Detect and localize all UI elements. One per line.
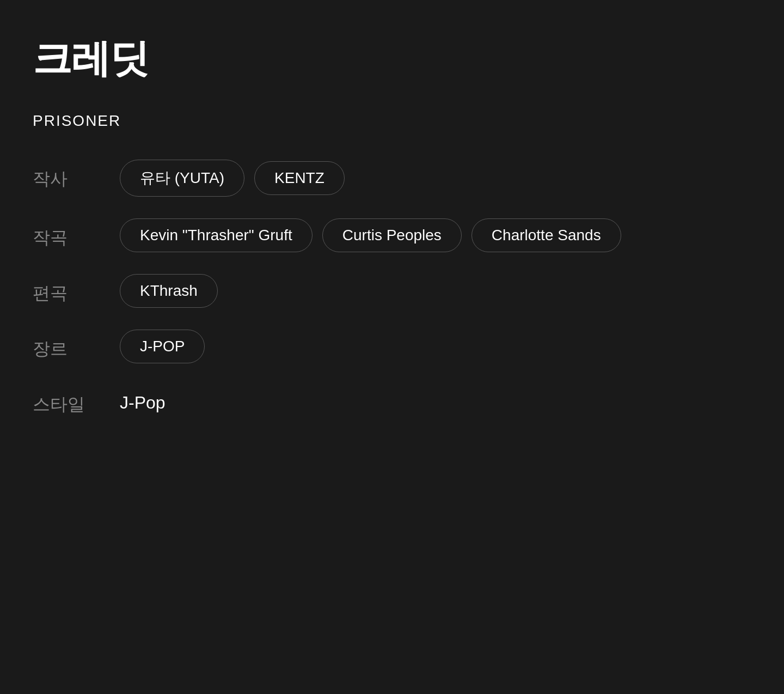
credit-tag[interactable]: J-POP [120, 330, 205, 363]
credit-label: 스타일 [33, 385, 103, 417]
credit-tag[interactable]: KThrash [120, 274, 218, 308]
credit-row: 장르J-POP [33, 330, 751, 363]
song-title: PRISONER [33, 112, 751, 130]
credit-value: J-Pop [120, 385, 166, 413]
credit-row: 스타일J-Pop [33, 385, 751, 417]
credit-tag[interactable]: Charlotte Sands [471, 218, 621, 252]
credit-tags: Kevin "Thrasher" GruftCurtis PeoplesChar… [120, 218, 621, 252]
credit-label: 장르 [33, 330, 103, 361]
page-title: 크레딧 [33, 33, 751, 85]
credit-tags: 유타 (YUTA)KENTZ [120, 160, 345, 197]
credit-label: 편곡 [33, 274, 103, 306]
credit-tag[interactable]: 유타 (YUTA) [120, 160, 244, 197]
credit-tag[interactable]: KENTZ [254, 161, 345, 195]
credit-row: 작곡Kevin "Thrasher" GruftCurtis PeoplesCh… [33, 218, 751, 252]
credit-label: 작사 [33, 160, 103, 191]
credit-tags: KThrash [120, 274, 218, 308]
credit-label: 작곡 [33, 218, 103, 250]
credit-tag[interactable]: Curtis Peoples [322, 218, 462, 252]
credit-tags: J-POP [120, 330, 205, 363]
credit-tag[interactable]: Kevin "Thrasher" Gruft [120, 218, 313, 252]
credit-row: 편곡KThrash [33, 274, 751, 308]
credit-row: 작사유타 (YUTA)KENTZ [33, 160, 751, 197]
